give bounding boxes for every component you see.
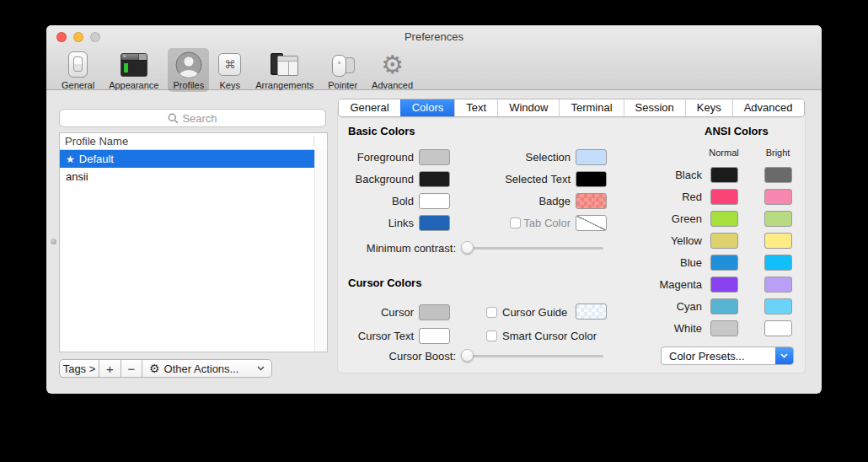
toolbar-item-keys[interactable]: ⌘ Keys xyxy=(213,48,246,92)
tab-window[interactable]: Window xyxy=(497,99,559,116)
cursor-boost-row: Cursor Boost: xyxy=(338,345,603,367)
toolbar-item-arrangements[interactable]: Arrangements xyxy=(250,48,319,92)
tab-advanced[interactable]: Advanced xyxy=(732,99,804,116)
cursor-guide-color-well[interactable] xyxy=(576,304,607,320)
dropdown-arrow-button[interactable] xyxy=(775,347,793,364)
color-row: Cursor Text xyxy=(340,324,450,347)
basic-colors-right-column: Selection Selected Text Badge Tab Color xyxy=(464,146,607,234)
person-icon xyxy=(174,50,203,79)
ansi-row-black: Black xyxy=(620,164,792,185)
foreground-color-well[interactable] xyxy=(419,149,450,165)
slider-knob[interactable] xyxy=(461,349,474,362)
ansi-bright-swatch[interactable] xyxy=(764,233,792,249)
tab-general[interactable]: General xyxy=(339,99,399,116)
profiles-scrollbar[interactable] xyxy=(314,149,327,352)
cursor-guide-row: Cursor Guide xyxy=(486,300,567,324)
other-actions-button[interactable]: ⚙ Other Actions... xyxy=(142,359,272,378)
basic-colors-title: Basic Colors xyxy=(348,125,415,137)
ansi-row-blue: Blue xyxy=(620,251,792,273)
ansi-row-magenta: Magenta xyxy=(620,273,792,295)
profile-row-ansii[interactable]: ansii xyxy=(60,168,314,185)
tab-keys[interactable]: Keys xyxy=(685,99,732,116)
profile-list: Profile Name ★ Default ansii xyxy=(59,132,328,352)
profile-list-header[interactable]: Profile Name xyxy=(60,133,327,150)
ansi-bright-swatch[interactable] xyxy=(764,211,792,227)
ansi-normal-swatch[interactable] xyxy=(710,233,738,249)
toolbar-item-profiles[interactable]: Profiles xyxy=(168,48,209,92)
cursor-color-well[interactable] xyxy=(419,304,450,320)
tab-colors[interactable]: Colors xyxy=(400,99,455,116)
profile-name: ansii xyxy=(66,170,88,183)
color-presets-dropdown[interactable]: Color Presets... xyxy=(661,346,794,365)
command-key-icon: ⌘ xyxy=(218,50,241,79)
color-row: Badge xyxy=(464,190,607,212)
tab-session[interactable]: Session xyxy=(624,99,685,116)
color-row: Bold xyxy=(340,190,450,212)
cursor-colors-left-column: Cursor Cursor Text xyxy=(340,300,450,347)
add-profile-button[interactable]: + xyxy=(99,359,121,378)
preferences-toolbar: General × Appearance xyxy=(56,48,418,92)
tab-color-checkbox[interactable] xyxy=(510,218,521,228)
window-title: Preferences xyxy=(46,30,822,43)
tab-color-well[interactable] xyxy=(576,215,607,231)
color-row: Foreground xyxy=(340,146,450,168)
tab-text[interactable]: Text xyxy=(454,99,497,116)
toolbar-item-advanced[interactable]: ⚙ Advanced xyxy=(367,48,418,92)
ansi-bright-swatch[interactable] xyxy=(764,277,792,293)
cursor-guide-checkbox[interactable] xyxy=(486,307,497,318)
ansi-bright-swatch[interactable] xyxy=(764,320,792,336)
profile-actions-bar: Tags > + − ⚙ Other Actions... xyxy=(59,359,272,378)
color-row: Background xyxy=(340,168,450,190)
badge-color-well[interactable] xyxy=(576,193,607,209)
selection-color-well[interactable] xyxy=(576,149,607,165)
links-color-well[interactable] xyxy=(419,215,450,231)
ansi-normal-header: Normal xyxy=(709,148,738,158)
header-column-separator xyxy=(313,136,314,147)
gear-icon: ⚙ xyxy=(381,50,404,79)
ansi-normal-swatch[interactable] xyxy=(710,211,738,227)
ansi-bright-swatch[interactable] xyxy=(764,189,792,205)
cursor-colors-title: Cursor Colors xyxy=(348,277,421,289)
cursor-boost-slider[interactable] xyxy=(461,349,603,363)
search-input[interactable]: Search xyxy=(59,109,326,127)
color-row: Cursor xyxy=(340,300,450,324)
bold-color-well[interactable] xyxy=(419,193,450,209)
cursor-text-color-well[interactable] xyxy=(419,328,450,344)
ansi-normal-swatch[interactable] xyxy=(710,255,738,271)
background-color-well[interactable] xyxy=(419,171,450,187)
smart-cursor-color-checkbox[interactable] xyxy=(486,330,497,341)
star-icon: ★ xyxy=(66,153,75,165)
screen: Preferences General × Appearance xyxy=(0,0,868,462)
ansi-normal-swatch[interactable] xyxy=(710,167,738,183)
pane-resize-dot xyxy=(51,239,56,244)
ansi-normal-swatch[interactable] xyxy=(710,277,738,293)
selected-text-color-well[interactable] xyxy=(576,171,607,187)
toolbar-item-pointer[interactable]: Pointer xyxy=(323,48,362,92)
ansi-bright-swatch[interactable] xyxy=(764,255,792,271)
minimum-contrast-slider[interactable] xyxy=(461,241,603,255)
switch-icon xyxy=(68,50,88,79)
titlebar-toolbar: Preferences General × Appearance xyxy=(46,25,822,90)
tags-button[interactable]: Tags > xyxy=(59,359,99,378)
toolbar-item-appearance[interactable]: × Appearance xyxy=(104,48,163,92)
profile-row-default[interactable]: ★ Default xyxy=(60,150,314,168)
mouse-icon xyxy=(330,50,356,79)
ansi-row-white: White xyxy=(620,317,792,339)
ansi-colors-title: ANSI Colors xyxy=(705,125,769,137)
ansi-normal-swatch[interactable] xyxy=(710,298,738,314)
color-row: Selected Text xyxy=(464,168,607,190)
remove-profile-button[interactable]: − xyxy=(121,359,142,378)
chevron-down-icon xyxy=(780,353,788,358)
search-icon xyxy=(168,113,179,124)
ansi-bright-swatch[interactable] xyxy=(764,167,792,183)
ansi-colors-grid: Black Red Green Yellow xyxy=(620,164,792,339)
gear-icon: ⚙ xyxy=(149,363,160,374)
ansi-bright-swatch[interactable] xyxy=(764,298,792,314)
toolbar-item-general[interactable]: General xyxy=(56,48,99,92)
ansi-normal-swatch[interactable] xyxy=(710,189,738,205)
basic-colors-left-column: Foreground Background Bold Links xyxy=(340,146,450,234)
ansi-normal-swatch[interactable] xyxy=(710,320,738,336)
slider-knob[interactable] xyxy=(461,241,474,254)
tab-terminal[interactable]: Terminal xyxy=(559,99,623,116)
minimum-contrast-row: Minimum contrast: xyxy=(338,237,603,259)
